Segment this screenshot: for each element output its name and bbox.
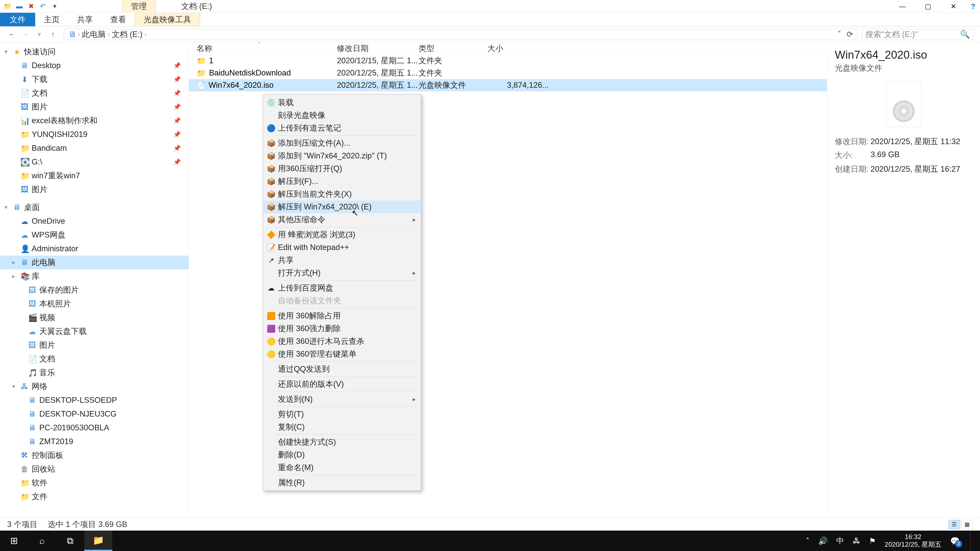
context-menu-item[interactable]: 🔶 用 蜂蜜浏览器 浏览(3) <box>264 228 420 241</box>
tree-network[interactable]: ▾🖧网络 <box>0 380 189 393</box>
search-icon[interactable]: 🔍 <box>960 30 970 39</box>
search-box[interactable]: 搜索"文档 (E:)" 🔍 <box>862 29 974 40</box>
home-tab[interactable]: 主页 <box>35 13 68 26</box>
tree-software[interactable]: 📁软件 <box>0 476 189 490</box>
column-size[interactable]: 大小 <box>487 43 559 54</box>
tree-item[interactable]: ⬇下载📌 <box>0 73 189 86</box>
column-date[interactable]: 修改日期 <box>337 43 418 54</box>
view-tab[interactable]: 查看 <box>102 13 135 26</box>
file-row[interactable]: 📄Win7x64_2020.iso 2020/12/25, 星期五 1... 光… <box>189 79 827 91</box>
context-menu-item[interactable]: 还原以前的版本(V) <box>264 378 420 391</box>
context-menu-item[interactable]: 重命名(M) <box>264 461 420 474</box>
address-bar[interactable]: 🖥 › 此电脑 › 文档 (E:) › ˅ ⟳ <box>64 29 858 40</box>
tree-quick-access[interactable]: ▾★快速访问 <box>0 45 189 59</box>
forward-button[interactable]: → <box>20 30 31 38</box>
file-row[interactable]: 📁BaiduNetdiskDownload 2020/12/25, 星期五 1.… <box>189 67 827 79</box>
start-button[interactable]: ⊞ <box>0 530 28 551</box>
column-type[interactable]: 类型 <box>418 43 487 54</box>
tree-item[interactable]: 🖥DESKTOP-LSSOEDP <box>0 393 189 407</box>
minimize-button[interactable]: — <box>890 0 915 13</box>
context-menu-item[interactable]: 删除(D) <box>264 448 420 461</box>
file-row[interactable]: 📁1 2020/12/15, 星期二 1... 文件夹 <box>189 55 827 67</box>
details-view-button[interactable]: ☰ <box>948 520 960 529</box>
tree-item[interactable]: 👤Administrator <box>0 242 189 256</box>
tree-item[interactable]: ▸🖥此电脑 <box>0 256 189 269</box>
context-menu-item[interactable]: 📦 其他压缩命令▸ <box>264 213 420 226</box>
clock[interactable]: 16:32 2020/12/25, 星期五 <box>885 533 942 548</box>
context-menu-item[interactable]: 📦 添加到 "Win7x64_2020.zip" (T) <box>264 149 420 162</box>
context-menu-item[interactable]: 📦 解压到当前文件夹(X) <box>264 188 420 200</box>
tree-desktop-root[interactable]: ▾🖥桌面 <box>0 200 189 214</box>
explorer-taskbar-button[interactable]: 📁 <box>84 530 112 551</box>
context-menu-item[interactable]: 📦 解压到 Win7x64_2020\ (E) <box>264 200 420 213</box>
context-menu-item[interactable]: 创建快捷方式(S) <box>264 436 420 448</box>
maximize-button[interactable]: ▢ <box>915 0 941 13</box>
context-menu-item[interactable]: 属性(R) <box>264 476 420 489</box>
tree-files[interactable]: 📁文件 <box>0 490 189 503</box>
context-menu-item[interactable]: 发送到(N)▸ <box>264 393 420 406</box>
task-view-button[interactable]: ⧉ <box>56 530 84 551</box>
breadcrumb-location[interactable]: 文档 (E:) <box>112 29 143 40</box>
tree-item[interactable]: 🎵音乐 <box>0 366 189 380</box>
context-menu-item[interactable]: 📦 解压到(F)... <box>264 175 420 188</box>
tree-item[interactable]: ☁OneDrive <box>0 214 189 228</box>
tree-item[interactable]: 🖥Desktop📌 <box>0 59 189 73</box>
context-menu-item[interactable]: ↗ 共享 <box>264 254 420 267</box>
tree-control-panel[interactable]: 🛠控制面板 <box>0 448 189 462</box>
context-menu-item[interactable]: 🟡 使用 360管理右键菜单 <box>264 348 420 360</box>
tree-item[interactable]: 📊excel表格制作求和📌 <box>0 114 189 127</box>
up-button[interactable]: ↑ <box>48 30 59 38</box>
context-menu-item[interactable]: 🔵 上传到有道云笔记 <box>264 122 420 135</box>
tree-item[interactable]: 🖼图片 <box>0 338 189 352</box>
recent-dropdown[interactable]: ▾ <box>34 30 45 38</box>
tree-item[interactable]: ☁天翼云盘下载 <box>0 324 189 338</box>
tree-item[interactable]: 🎬视频 <box>0 311 189 324</box>
context-menu-item[interactable]: 🟪 使用 360强力删除 <box>264 322 420 335</box>
network-icon[interactable]: 🖧 <box>853 537 860 545</box>
tree-item[interactable]: 🖼图片📌 <box>0 100 189 114</box>
context-menu-item[interactable]: 📝 Edit with Notepad++ <box>264 241 420 254</box>
share-tab[interactable]: 共享 <box>68 13 102 26</box>
context-menu-item[interactable]: 打开方式(H)▸ <box>264 267 420 279</box>
context-menu-item[interactable]: 📦 添加到压缩文件(A)... <box>264 137 420 149</box>
disc-image-tools-tab[interactable]: 光盘映像工具 <box>135 13 200 26</box>
tree-item[interactable]: 🖼图片 <box>0 183 189 197</box>
ime-icon[interactable]: 中 <box>836 536 844 546</box>
volume-icon[interactable]: 🔊 <box>818 537 828 545</box>
context-menu-item[interactable]: 复制(C) <box>264 421 420 433</box>
tree-item[interactable]: 📁YUNQISHI2019📌 <box>0 127 189 141</box>
context-menu-item[interactable]: 🟡 使用 360进行木马云查杀 <box>264 335 420 348</box>
back-button[interactable]: ← <box>6 30 18 38</box>
context-menu-item[interactable]: 🟧 使用 360解除占用 <box>264 310 420 322</box>
context-menu-item[interactable]: 💿 装载 <box>264 96 420 109</box>
address-dropdown-icon[interactable]: ˅ <box>837 30 842 39</box>
icons-view-button[interactable]: ▦ <box>961 520 973 529</box>
context-menu-item[interactable]: 📦 用360压缩打开(Q) <box>264 162 420 175</box>
tree-item[interactable]: 📁win7重装win7 <box>0 169 189 183</box>
tree-item[interactable]: 📄文档 <box>0 352 189 366</box>
tray-overflow-icon[interactable]: ˄ <box>806 537 810 545</box>
delete-icon[interactable]: ✖ <box>27 2 35 11</box>
tree-item[interactable]: ☁WPS网盘 <box>0 228 189 242</box>
tree-item[interactable]: 🖥PC-20190530OBLA <box>0 421 189 435</box>
qat-dropdown-icon[interactable]: ▾ <box>51 2 59 11</box>
tree-item[interactable]: 🖼本机照片 <box>0 297 189 311</box>
tree-item[interactable]: 📁Bandicam📌 <box>0 141 189 155</box>
file-tab[interactable]: 文件 <box>0 13 35 26</box>
undo-icon[interactable]: ↶ <box>39 2 47 11</box>
breadcrumb-root[interactable]: 此电脑 <box>82 29 106 40</box>
search-button[interactable]: ⌕ <box>28 530 56 551</box>
tree-item[interactable]: 🖥ZMT2019 <box>0 435 189 448</box>
context-menu-item[interactable]: 剪切(T) <box>264 408 420 421</box>
context-menu-item[interactable]: 通过QQ发送到 <box>264 363 420 375</box>
tree-item[interactable]: 🖥DESKTOP-NJEU3CG <box>0 407 189 421</box>
help-icon[interactable]: ? <box>966 0 980 13</box>
tree-recycle-bin[interactable]: 🗑回收站 <box>0 462 189 476</box>
action-center-icon[interactable]: 💬 <box>950 537 959 545</box>
tree-item[interactable]: 💽G:\📌 <box>0 155 189 169</box>
context-menu-item[interactable]: ☁ 上传到百度网盘 <box>264 282 420 294</box>
security-icon[interactable]: ⚑ <box>869 537 876 545</box>
close-button[interactable]: ✕ <box>941 0 966 13</box>
save-icon[interactable]: ▬ <box>15 2 24 11</box>
refresh-icon[interactable]: ⟳ <box>846 30 853 39</box>
